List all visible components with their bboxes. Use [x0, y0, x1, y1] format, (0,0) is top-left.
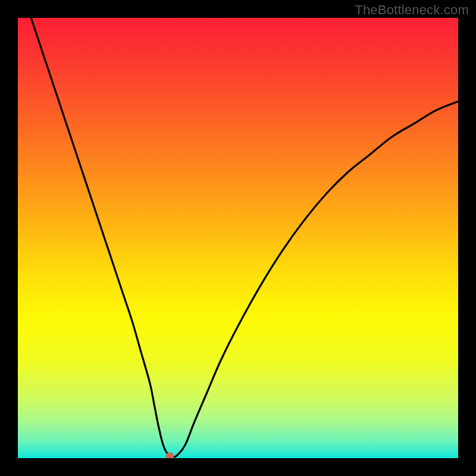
gradient-background	[18, 18, 458, 458]
plot-area	[18, 18, 458, 458]
watermark-label: TheBottleneck.com	[355, 2, 469, 18]
chart-frame: TheBottleneck.com	[0, 0, 476, 476]
chart-svg	[18, 18, 458, 458]
